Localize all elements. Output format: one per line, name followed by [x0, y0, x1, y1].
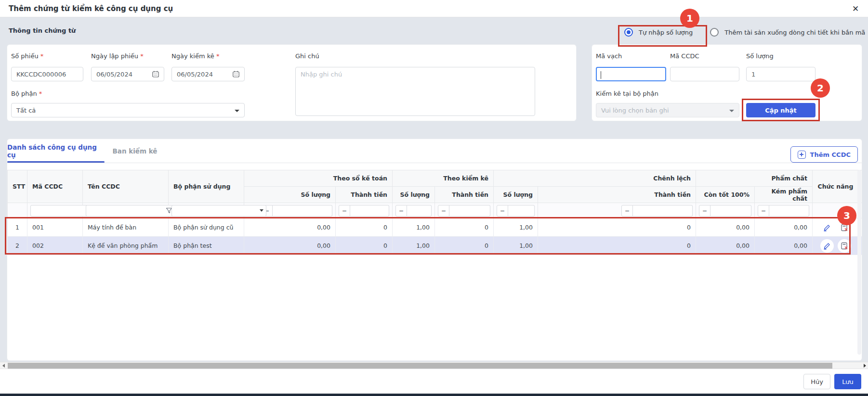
col-header-ten-ccdc[interactable]: Tên CCDC — [83, 170, 169, 203]
delete-row-icon[interactable] — [838, 239, 851, 253]
section-label-document-info: Thông tin chứng từ — [9, 27, 76, 34]
sub-header-kem-pham-chat[interactable]: Kém phẩm chất — [755, 187, 813, 203]
filter-numeric-input[interactable] — [508, 205, 535, 217]
sub-header-so-luong-kiem-ke[interactable]: Số lượng — [393, 187, 435, 203]
filter-numeric-input[interactable] — [633, 205, 693, 217]
sub-header-thanh-tien-kiem-ke[interactable]: Thành tiền — [435, 187, 494, 203]
so-phieu-label: Số phiếu — [11, 52, 43, 60]
equals-operator[interactable]: = — [758, 205, 769, 217]
filter-so-luong-chenh-lech: = — [494, 203, 538, 218]
scroll-left-arrow-icon[interactable] — [0, 362, 7, 369]
sub-header-so-luong-ke-toan[interactable]: Số lượng — [244, 187, 336, 203]
tab-danh-sach-ccdc[interactable]: Danh sách công cụ dụng cụ — [7, 139, 105, 163]
sub-header-thanh-tien-chenh-lech[interactable]: Thành tiền — [538, 187, 696, 203]
filter-numeric-input[interactable] — [273, 205, 332, 217]
filter-thanh-tien-ke-toan: = — [336, 203, 393, 218]
cell-kem-pham-chat: 0,00 — [755, 237, 813, 255]
cell-so-luong-ke-toan: 0,00 — [244, 237, 336, 255]
filter-numeric-input[interactable] — [407, 205, 432, 217]
kiem-ke-bo-phan-select[interactable]: Vui lòng chọn bản ghi — [596, 103, 739, 117]
tab-ban-kiem-ke[interactable]: Ban kiểm kê — [105, 139, 165, 163]
filter-numeric-input[interactable] — [350, 205, 389, 217]
edit-icon[interactable] — [820, 239, 834, 253]
ccdc-list-card: Danh sách công cụ dụng cụ Ban kiểm kê Th… — [7, 139, 862, 361]
horizontal-scrollbar[interactable] — [0, 362, 868, 369]
col-header-stt[interactable]: STT — [8, 170, 27, 203]
filter-ten-ccdc — [83, 203, 169, 218]
filter-numeric-input[interactable] — [769, 205, 809, 217]
ngay-lap-phieu-label: Ngày lập phiếu — [91, 52, 144, 60]
ghi-chu-textarea[interactable] — [295, 67, 535, 116]
chevron-down-icon[interactable] — [260, 209, 263, 212]
equals-operator[interactable]: = — [395, 205, 407, 217]
sub-header-so-luong-chenh-lech[interactable]: Số lượng — [494, 187, 538, 203]
group-header-chenh-lech: Chênh lệch — [494, 170, 696, 187]
cap-nhat-button[interactable]: Cập nhật — [746, 103, 815, 117]
equals-operator[interactable]: = — [438, 205, 449, 217]
save-button[interactable]: Lưu — [834, 374, 861, 389]
document-info-card: Số phiếu Ngày lập phiếu Ngày kiểm kê Ghi… — [7, 44, 577, 121]
equals-operator[interactable]: = — [621, 205, 633, 217]
bo-phan-select[interactable]: Tất cả — [11, 103, 245, 117]
group-header-theo-kiem-ke: Theo kiểm kê — [393, 170, 494, 187]
equals-operator[interactable]: = — [699, 205, 710, 217]
edit-icon[interactable] — [820, 221, 834, 234]
so-luong-input[interactable] — [746, 67, 815, 81]
chevron-down-icon — [729, 110, 734, 112]
cell-thanh-tien-kiem-ke: 0 — [435, 237, 494, 255]
filter-ma-ccdc — [27, 203, 83, 218]
cell-stt: 1 — [8, 218, 27, 237]
bo-phan-label: Bộ phận — [11, 90, 42, 97]
filter-numeric-input[interactable] — [710, 205, 751, 217]
cell-kem-pham-chat: 0,00 — [755, 218, 813, 237]
radio-selected-icon[interactable] — [624, 28, 633, 37]
equals-operator[interactable]: = — [339, 205, 350, 217]
ma-vach-input[interactable] — [596, 67, 666, 81]
calendar-icon[interactable] — [152, 67, 159, 81]
text-cursor — [601, 71, 601, 79]
radio-add-asset-on-scan-label: Thêm tài sản xuống dòng chi tiết khi bắn… — [724, 29, 865, 36]
close-icon[interactable]: ✕ — [850, 3, 861, 14]
radio-manual-quantity-label: Tự nhập số lượng — [639, 29, 693, 36]
cell-thanh-tien-chenh-lech: 0 — [538, 237, 696, 255]
so-phieu-input[interactable] — [11, 67, 83, 81]
filter-bo-phan-input[interactable] — [171, 205, 266, 217]
so-luong-label: Số lượng — [746, 52, 774, 60]
equals-operator[interactable]: = — [497, 205, 508, 217]
filter-ten-ccdc-input[interactable] — [86, 205, 175, 217]
radio-unselected-icon[interactable] — [710, 28, 719, 37]
sub-header-thanh-tien-ke-toan[interactable]: Thành tiền — [336, 187, 393, 203]
ngay-kiem-ke-label: Ngày kiểm kê — [171, 52, 219, 60]
kiem-ke-bo-phan-label: Kiểm kê tại bộ phận — [596, 90, 658, 97]
calendar-icon[interactable] — [232, 67, 240, 81]
kiem-ke-bo-phan-placeholder: Vui lòng chọn bản ghi — [601, 107, 669, 114]
table-row[interactable]: 2 002 Kệ để văn phòng phẩm Bộ phận test … — [8, 237, 863, 255]
filter-numeric-input[interactable] — [449, 205, 490, 217]
cell-thanh-tien-ke-toan: 0 — [336, 218, 393, 237]
cell-so-luong-kiem-ke: 1,00 — [393, 218, 435, 237]
sub-header-con-tot-100[interactable]: Còn tốt 100% — [696, 187, 755, 203]
ma-ccdc-input[interactable] — [670, 67, 739, 81]
dialog-bottom-edge — [0, 394, 868, 396]
radio-add-asset-on-scan[interactable]: Thêm tài sản xuống dòng chi tiết khi bắn… — [710, 28, 865, 37]
filter-thanh-tien-kiem-ke: = — [435, 203, 494, 218]
annotation-badge-3: 3 — [837, 206, 856, 225]
ma-ccdc-label: Mã CCDC — [670, 52, 699, 60]
scrollbar-thumb[interactable] — [8, 363, 832, 369]
filter-kem-pham-chat: = — [755, 203, 813, 218]
filter-bo-phan-su-dung — [169, 203, 244, 218]
dialog-title: Thêm chứng từ kiểm kê công cụ dụng cụ — [9, 4, 173, 13]
chevron-down-icon — [235, 110, 239, 112]
them-ccdc-button[interactable]: Thêm CCDC — [790, 146, 858, 163]
filter-thanh-tien-chenh-lech: = — [538, 203, 696, 218]
table-row[interactable]: 1 001 Máy tính để bàn Bộ phận sử dụng cũ… — [8, 218, 863, 237]
scroll-right-arrow-icon[interactable] — [861, 362, 868, 369]
col-header-bo-phan-su-dung[interactable]: Bộ phận sử dụng — [169, 170, 244, 203]
radio-manual-quantity[interactable]: Tự nhập số lượng — [624, 28, 693, 37]
cell-ma-ccdc: 002 — [27, 237, 83, 255]
ghi-chu-label: Ghi chú — [295, 52, 319, 60]
cancel-button[interactable]: Hủy — [803, 374, 830, 389]
col-header-ma-ccdc[interactable]: Mã CCDC — [27, 170, 83, 203]
vertical-scrollbar-track[interactable] — [857, 170, 861, 355]
cell-bo-phan: Bộ phận sử dụng cũ — [169, 218, 244, 237]
